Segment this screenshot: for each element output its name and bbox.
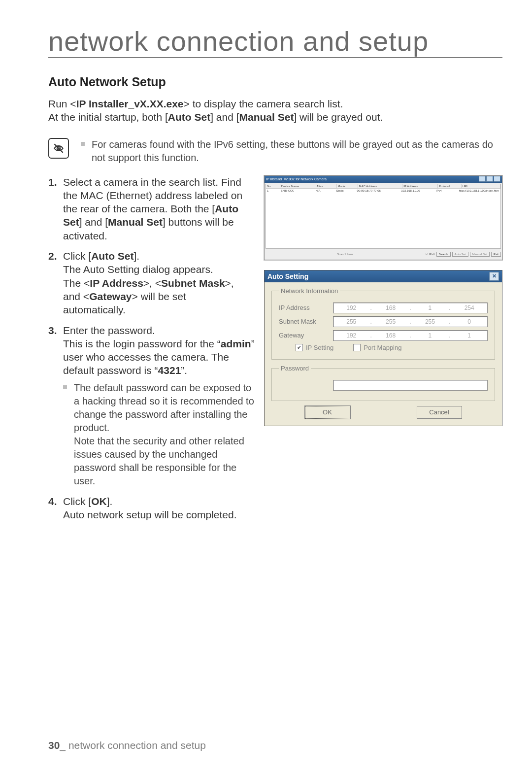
ip-setting-checkbox[interactable]: ✔IP Setting (296, 344, 333, 351)
step2-post: ]. (134, 250, 140, 262)
intro-text: Run <IP Installer_vX.XX.exe> to display … (48, 97, 502, 124)
section-heading: Auto Network Setup (48, 75, 502, 89)
step2-b: Auto Set (91, 250, 133, 262)
col-mode: Mode (337, 184, 358, 188)
note-text: For cameras found with the IPv6 setting,… (92, 138, 502, 165)
step3-l2-pre: This is the login password for the “ (63, 338, 221, 349)
scan-count-label: Scan 1 Item (266, 253, 424, 256)
bullet-icon (63, 385, 67, 389)
gw-oct-2: 168 (374, 332, 408, 339)
ip-oct-3: 1 (413, 304, 447, 311)
step2-l3-pre: The < (63, 277, 90, 289)
step-2: Click [Auto Set]. The Auto Setting dialo… (48, 249, 250, 316)
cancel-button[interactable]: Cancel (417, 406, 462, 419)
intro-1-bold: IP Installer_vX.XX.exe (76, 98, 184, 109)
page-number: 30 (48, 740, 60, 751)
gw-oct-1: 192 (334, 332, 368, 339)
gateway-label: Gateway (279, 332, 333, 339)
auto-set-button[interactable]: Auto Set (452, 252, 468, 257)
step-4: Click [OK]. Auto network setup will be c… (48, 495, 255, 522)
close-icon[interactable]: ✕ (489, 272, 499, 281)
col-ip: IP Address (402, 184, 438, 188)
step4-post: ]. (107, 496, 113, 507)
cell-ip: 192.168.1.100 (400, 189, 435, 193)
footer-sep: _ (60, 740, 68, 751)
installer-window-screenshot: IP Installer_v2.00Z for Network Camera N… (264, 175, 502, 260)
bullet-icon (81, 142, 85, 146)
intro-1-pre: Run < (48, 98, 76, 109)
step2-l3-m1: >, < (143, 277, 161, 289)
step1-mid: ] and [ (79, 216, 108, 228)
search-button[interactable]: Search (436, 252, 451, 257)
window-controls (478, 176, 500, 182)
cell-no: 1 (266, 189, 280, 193)
cell-mode: Static (335, 189, 356, 193)
step4-l2: Auto network setup will be completed. (63, 509, 237, 520)
intro-2-pre: At the initial startup, both [ (48, 111, 168, 123)
cell-device: SNB-XXX (280, 189, 315, 193)
col-alias: Alias (315, 184, 336, 188)
intro-2-b1: Auto Set (168, 111, 210, 123)
mask-oct-2: 255 (374, 318, 408, 325)
mask-oct-1: 255 (334, 318, 368, 325)
gw-oct-4: 1 (452, 332, 486, 339)
cell-mac: 00:09:18:77:77:06 (356, 189, 400, 193)
network-info-legend: Network Information (279, 287, 340, 295)
step2-l3-b2: Subnet Mask (161, 277, 225, 289)
step2-l2: The Auto Setting dialog appears. (63, 264, 213, 275)
gateway-field[interactable]: 192. 168. 1. 1 (333, 330, 488, 341)
ip-oct-2: 168 (374, 304, 408, 311)
step1-b2: Manual Set (108, 216, 163, 228)
page-title: network connection and setup (48, 28, 502, 57)
gw-oct-3: 1 (413, 332, 447, 339)
step2-l3-b3: Gateway (89, 291, 132, 302)
col-no: No (266, 184, 280, 188)
auto-setting-dialog: Auto Setting ✕ Network Information IP Ad… (264, 270, 502, 426)
step2-pre: Click [ (63, 250, 91, 262)
ip-setting-label: IP Setting (306, 344, 333, 351)
mask-oct-4: 0 (452, 318, 486, 325)
col-proto: Protocol (438, 184, 462, 188)
intro-2-post: ] will be grayed out. (294, 111, 383, 123)
step3-sub: The default password can be exposed to a… (74, 381, 255, 488)
ok-button[interactable]: OK (305, 406, 350, 419)
col-device: Device Name (280, 184, 316, 188)
intro-1-post: > to display the camera search list. (184, 98, 343, 109)
step3-l2-end: ”. (181, 365, 187, 376)
step3-l1: Enter the password. (63, 325, 155, 336)
password-field[interactable] (333, 380, 488, 391)
mask-oct-3: 255 (413, 318, 447, 325)
step2-l3-b1: IP Address (90, 277, 143, 289)
ip-oct-4: 254 (452, 304, 486, 311)
cell-url: http://192.168.1.100/index.htm (458, 189, 500, 193)
col-url: URL (462, 184, 500, 188)
subnet-mask-label: Subnet Mask (279, 318, 333, 325)
installer-title: IP Installer_v2.00Z for Network Camera (266, 177, 327, 181)
cell-proto: IPv4 (435, 189, 458, 193)
dialog-title: Auto Setting (267, 272, 308, 280)
step-3: Enter the password. This is the login pa… (48, 324, 255, 488)
ipv6-check-label: ☑ IPv6 (426, 252, 435, 256)
exit-button[interactable]: Exit (491, 252, 501, 257)
page-footer: 30_ network connection and setup (48, 740, 206, 751)
note-callout: For cameras found with the IPv6 setting,… (48, 138, 502, 165)
password-legend: Password (279, 365, 311, 372)
step-1: Select a camera in the search list. Find… (48, 175, 255, 242)
col-mac: MAC Address (358, 184, 403, 188)
step3-l2-b2: 4321 (158, 365, 181, 376)
footer-text: network connection and setup (68, 740, 206, 751)
step4-b: OK (91, 496, 107, 507)
ip-address-field[interactable]: 192. 168. 1. 254 (333, 303, 488, 313)
port-mapping-label: Port Mapping (364, 344, 401, 351)
ip-address-label: IP Address (279, 304, 333, 311)
step3-l2-b: admin (221, 338, 251, 349)
note-icon (48, 138, 69, 159)
step4-pre: Click [ (63, 496, 91, 507)
ip-oct-1: 192 (334, 304, 368, 311)
manual-set-button[interactable]: Manual Set (470, 252, 490, 257)
port-mapping-checkbox[interactable]: Port Mapping (353, 344, 401, 351)
cell-alias: N/A (314, 189, 335, 193)
intro-2-mid: ] and [ (210, 111, 239, 123)
intro-2-b2: Manual Set (239, 111, 294, 123)
subnet-mask-field[interactable]: 255. 255. 255. 0 (333, 316, 488, 327)
